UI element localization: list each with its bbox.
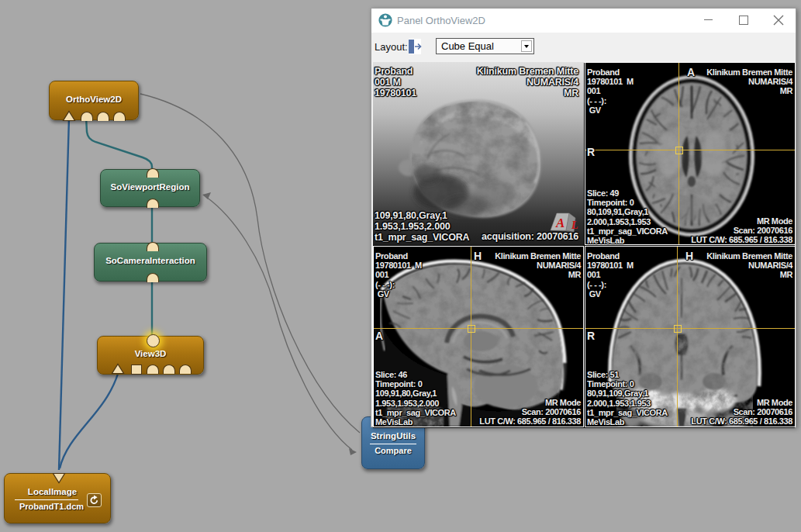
svg-text:A: A bbox=[555, 216, 564, 230]
svg-text:L: L bbox=[571, 219, 578, 231]
